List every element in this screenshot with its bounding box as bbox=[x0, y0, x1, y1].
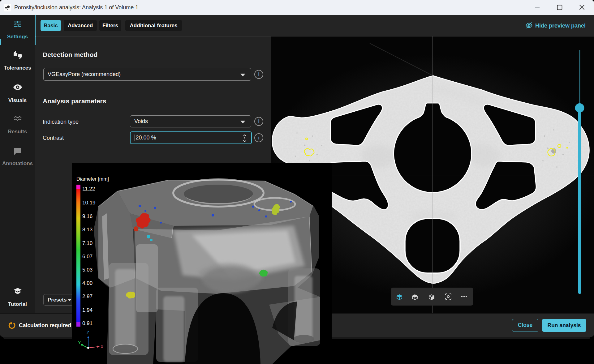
svg-text:8.13: 8.13 bbox=[82, 227, 93, 233]
svg-text:2.97: 2.97 bbox=[82, 293, 93, 299]
svg-text:Z: Z bbox=[87, 330, 89, 335]
svg-text:0.91: 0.91 bbox=[82, 320, 93, 326]
svg-text:11.22: 11.22 bbox=[82, 186, 95, 192]
svg-text:4.00: 4.00 bbox=[82, 280, 93, 286]
svg-text:X: X bbox=[101, 344, 104, 349]
svg-text:5.03: 5.03 bbox=[82, 267, 93, 273]
svg-text:Diameter [mm]: Diameter [mm] bbox=[76, 176, 109, 182]
svg-text:Y: Y bbox=[78, 340, 81, 345]
svg-text:1.94: 1.94 bbox=[82, 307, 93, 313]
svg-text:10.19: 10.19 bbox=[82, 200, 96, 206]
svg-text:7.10: 7.10 bbox=[82, 240, 93, 246]
svg-text:6.07: 6.07 bbox=[82, 254, 93, 259]
svg-text:9.16: 9.16 bbox=[82, 213, 93, 219]
